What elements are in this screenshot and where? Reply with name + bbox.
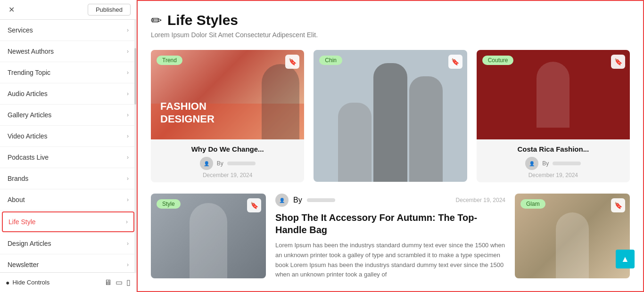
person-3	[409, 76, 443, 182]
article-body: Lorem Ipsum has been the industrys stand…	[275, 241, 505, 280]
chevron-icon: ›	[127, 112, 129, 118]
glam-figure	[556, 212, 589, 278]
bookmark-button-1[interactable]: 🔖	[285, 55, 299, 69]
sidebar-item-newsletter[interactable]: Newsletter›	[0, 254, 136, 272]
by-label-3: By	[542, 160, 549, 167]
sidebar-item-brands[interactable]: Brands›	[0, 168, 136, 189]
hide-controls-label: Hide Controls	[12, 279, 50, 286]
author-avatar-center: 👤	[275, 194, 289, 207]
tablet-icon[interactable]: ▭	[116, 278, 123, 287]
chevron-icon: ›	[127, 240, 129, 247]
card-chin[interactable]: Chin 🔖	[314, 50, 467, 182]
sidebar-item-label: Newsletter	[8, 261, 39, 268]
tag-couture: Couture	[482, 56, 514, 65]
chevron-icon: ›	[126, 219, 128, 225]
tag-style: Style	[157, 199, 181, 209]
couture-figure	[537, 62, 570, 128]
sidebar-item-life-style[interactable]: Life Style›	[2, 211, 134, 232]
sidebar-bottom-bar: ● Hide Controls 🖥 ▭ ▯	[0, 272, 136, 292]
author-avatar-1: 👤	[200, 157, 213, 170]
bookmark-button-glam[interactable]: 🔖	[611, 198, 625, 212]
author-avatar-3: 👤	[525, 157, 538, 170]
bottom-card-style[interactable]: Style 🔖	[151, 194, 266, 278]
desktop-icon[interactable]: 🖥	[104, 278, 112, 287]
fashion-figure	[262, 64, 299, 139]
sidebar-top-bar: ✕ Published	[0, 0, 136, 20]
article-meta-top: 👤 By December 19, 2024	[275, 194, 505, 207]
bottom-row: Style 🔖 👤 By December 19, 2024 Shop The …	[151, 194, 630, 280]
sidebar-item-label: Gallery Articles	[8, 111, 51, 119]
card-couture[interactable]: Couture 🔖 Costa Rica Fashion... 👤 By Dec…	[477, 50, 630, 182]
author-name-bar-1	[227, 162, 256, 165]
sidebar-item-design-articles[interactable]: Design Articles›	[0, 233, 136, 254]
fashion-text: FASHIONDESIGNER	[160, 100, 215, 125]
page-subtitle: Lorem Ipsum Dolor Sit Amet Consectetur A…	[151, 31, 630, 39]
sidebar: ✕ Published Services›Newest Authors›Tren…	[0, 0, 137, 292]
chevron-icon: ›	[127, 261, 129, 268]
card-date-3: December 19, 2024	[480, 172, 626, 178]
chevron-icon: ›	[127, 27, 129, 33]
chevron-icon: ›	[127, 90, 129, 97]
person-1	[338, 103, 372, 182]
sidebar-item-trending-topic[interactable]: Trending Topic›	[0, 62, 136, 83]
sidebar-item-about[interactable]: About›	[0, 189, 136, 211]
sidebar-item-audio-articles[interactable]: Audio Articles›	[0, 83, 136, 105]
card-image-couture: Couture 🔖	[477, 50, 630, 139]
page-title: Life Styles	[167, 12, 238, 28]
sidebar-scrollbar[interactable]	[134, 20, 136, 273]
bottom-icons: 🖥 ▭ ▯	[104, 278, 131, 287]
close-button[interactable]: ✕	[6, 4, 17, 16]
bookmark-button-2[interactable]: 🔖	[448, 55, 462, 69]
chevron-icon: ›	[127, 133, 129, 139]
tag-glam: Glam	[520, 199, 545, 209]
sidebar-item-video-articles[interactable]: Video Articles›	[0, 126, 136, 147]
sidebar-item-newest-authors[interactable]: Newest Authors›	[0, 41, 136, 62]
published-button[interactable]: Published	[88, 4, 131, 16]
sidebar-item-label: Services	[8, 26, 33, 34]
tag-chin: Chin	[319, 56, 342, 65]
card-image-fashion: FASHIONDESIGNER Trend 🔖	[151, 50, 304, 139]
mobile-icon[interactable]: ▯	[126, 278, 131, 287]
sidebar-item-label: Video Articles	[8, 132, 48, 140]
sidebar-items: Services›Newest Authors›Trending Topic›A…	[0, 20, 136, 272]
sidebar-scrollbar-thumb[interactable]	[134, 48, 136, 105]
sidebar-item-services[interactable]: Services›	[0, 20, 136, 41]
cards-grid: FASHIONDESIGNER Trend 🔖 Why Do We Change…	[151, 50, 630, 182]
style-figure	[190, 203, 227, 278]
card-body-3: Costa Rica Fashion... 👤 By December 19, …	[477, 139, 630, 182]
card-image-chin: Chin 🔖	[314, 50, 467, 182]
chevron-icon: ›	[127, 196, 129, 203]
chevron-icon: ›	[127, 154, 129, 161]
sidebar-item-label: Trending Topic	[8, 69, 50, 76]
bookmark-button-style[interactable]: 🔖	[247, 198, 261, 212]
page-header: ✏ Life Styles	[151, 12, 630, 28]
by-label-1: By	[217, 160, 223, 167]
article-center: 👤 By December 19, 2024 Shop The It Acces…	[275, 194, 505, 280]
sidebar-item-gallery-articles[interactable]: Gallery Articles›	[0, 105, 136, 126]
tag-trend: Trend	[157, 56, 182, 65]
author-name-bar-center	[307, 198, 335, 202]
page-icon: ✏	[151, 13, 162, 28]
by-label-center: By	[293, 196, 302, 204]
scroll-up-button[interactable]: ▲	[616, 250, 635, 268]
sidebar-item-label: Life Style	[8, 218, 36, 226]
card-meta-3: 👤 By	[480, 157, 626, 170]
bottom-card-glam[interactable]: Glam 🔖	[515, 194, 630, 278]
sidebar-item-label: Audio Articles	[8, 90, 48, 97]
hide-controls-button[interactable]: ● Hide Controls	[6, 279, 50, 286]
chevron-icon: ›	[127, 48, 129, 55]
chevron-icon: ›	[127, 175, 129, 182]
person-2	[373, 63, 407, 182]
article-title: Shop The It Accessory For Autumn: The To…	[275, 211, 505, 236]
sidebar-item-label: Design Articles	[8, 240, 51, 247]
chevron-icon: ›	[127, 69, 129, 76]
card-fashion-designer[interactable]: FASHIONDESIGNER Trend 🔖 Why Do We Change…	[151, 50, 304, 182]
sidebar-item-label: Newest Authors	[8, 48, 54, 55]
sidebar-item-podcasts-live[interactable]: Podcasts Live›	[0, 147, 136, 168]
card-title-3: Costa Rica Fashion...	[480, 145, 626, 153]
card-meta-1: 👤 By	[155, 157, 300, 170]
sidebar-item-label: Brands	[8, 175, 28, 182]
card-date-1: December 19, 2024	[155, 172, 300, 178]
sidebar-item-label: Podcasts Live	[8, 154, 49, 161]
bookmark-button-3[interactable]: 🔖	[611, 55, 625, 69]
